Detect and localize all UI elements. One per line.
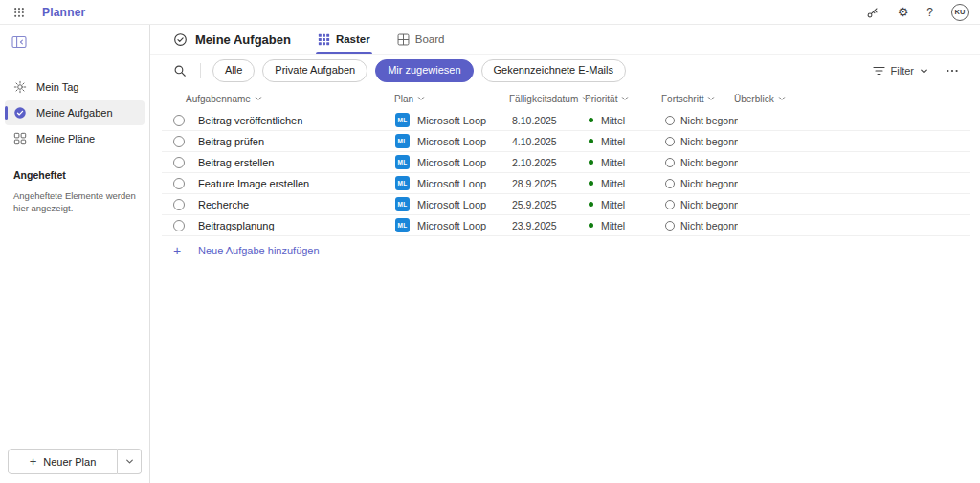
- add-task-label: Neue Aufgabe hinzufügen: [198, 245, 320, 256]
- tab-board[interactable]: Board: [395, 25, 447, 54]
- task-priority: Mittel: [589, 220, 665, 231]
- plan-name: Microsoft Loop: [417, 115, 486, 126]
- more-options-icon[interactable]: [946, 64, 959, 77]
- task-plan[interactable]: ML Microsoft Loop: [395, 155, 512, 169]
- task-complete-checkbox[interactable]: [173, 220, 185, 231]
- task-plan[interactable]: ML Microsoft Loop: [395, 134, 512, 148]
- task-name[interactable]: Beitrag veröffentlichen: [198, 115, 395, 126]
- sidebar-item-mein-tag[interactable]: Mein Tag: [5, 75, 145, 99]
- task-complete-checkbox[interactable]: [173, 199, 185, 210]
- column-header[interactable]: Überblick: [734, 94, 970, 104]
- progress-circle-icon: [665, 158, 675, 167]
- main-content: Meine Aufgaben Raster: [150, 25, 980, 483]
- task-row[interactable]: Beitragsplanung ML Microsoft Loop 23.9.2…: [162, 215, 970, 236]
- task-plan[interactable]: ML Microsoft Loop: [395, 176, 512, 190]
- key-icon[interactable]: [866, 6, 880, 19]
- priority-dot-icon: [589, 160, 593, 165]
- task-progress: Nicht begonnen: [665, 115, 738, 126]
- task-name[interactable]: Beitrag prüfen: [198, 136, 395, 147]
- column-header[interactable]: Fälligkeitsdatum: [509, 94, 585, 104]
- column-header[interactable]: Fortschritt: [661, 94, 734, 104]
- progress-circle-icon: [665, 179, 675, 188]
- tab-label: Raster: [336, 33, 370, 45]
- task-row[interactable]: Feature Image erstellen ML Microsoft Loo…: [162, 173, 970, 194]
- plan-name: Microsoft Loop: [417, 136, 486, 147]
- priority-dot-icon: [589, 202, 593, 207]
- search-icon[interactable]: [173, 64, 187, 77]
- column-header[interactable]: Plan: [394, 94, 509, 104]
- app-launcher-icon[interactable]: [11, 5, 27, 20]
- chevron-down-icon: [778, 95, 786, 102]
- task-grid: Aufgabenname Plan Fälligkeitsdatum: [150, 87, 980, 265]
- tab-raster[interactable]: Raster: [316, 25, 372, 54]
- task-progress: Nicht begonnen: [665, 199, 738, 210]
- settings-gear-icon[interactable]: ⚙: [898, 6, 909, 18]
- filter-button[interactable]: Filter: [873, 65, 928, 77]
- task-priority: Mittel: [589, 136, 665, 147]
- chevron-down-icon: [920, 67, 928, 76]
- task-due-date: 23.9.2025: [512, 220, 589, 231]
- sidebar-item-meine-aufgaben[interactable]: Meine Aufgaben: [5, 100, 145, 125]
- task-plan[interactable]: ML Microsoft Loop: [395, 113, 512, 127]
- chevron-down-icon: [621, 95, 629, 102]
- plan-badge-icon: ML: [395, 113, 410, 127]
- task-complete-checkbox[interactable]: [173, 115, 185, 126]
- filter-icon: [873, 65, 885, 77]
- task-complete-checkbox[interactable]: [173, 157, 185, 168]
- task-row[interactable]: Beitrag veröffentlichen ML Microsoft Loo…: [162, 110, 970, 131]
- task-row[interactable]: Beitrag prüfen ML Microsoft Loop 4.10.20…: [162, 131, 970, 152]
- new-plan-dropdown-button[interactable]: [118, 449, 142, 474]
- task-plan[interactable]: ML Microsoft Loop: [395, 197, 512, 211]
- task-plan[interactable]: ML Microsoft Loop: [395, 218, 512, 232]
- plan-badge-icon: ML: [395, 218, 410, 232]
- column-header[interactable]: Priorität: [585, 94, 661, 104]
- task-complete-checkbox[interactable]: [173, 136, 185, 147]
- progress-circle-icon: [665, 221, 675, 231]
- add-task-button[interactable]: + Neue Aufgabe hinzufügen: [162, 236, 320, 265]
- task-name[interactable]: Beitragsplanung: [198, 220, 395, 231]
- page-title: Meine Aufgaben: [195, 33, 291, 47]
- progress-circle-icon: [665, 116, 675, 125]
- view-tabs: Raster Board: [316, 25, 447, 54]
- pinned-section-header: Angeheftet: [0, 152, 149, 185]
- pinned-empty-text: Angeheftete Elemente werden hier angezei…: [0, 185, 149, 221]
- top-bar: Planner ⚙ ? KU: [0, 0, 980, 25]
- filter-label: Filter: [891, 65, 914, 77]
- chevron-down-icon: [707, 95, 715, 102]
- help-icon[interactable]: ?: [926, 7, 933, 18]
- topbar-actions: ⚙ ? KU: [866, 4, 969, 21]
- task-row[interactable]: Recherche ML Microsoft Loop 25.9.2025 Mi…: [162, 194, 970, 215]
- new-plan-button[interactable]: + Neuer Plan: [8, 449, 118, 474]
- priority-dot-icon: [589, 181, 593, 186]
- plan-badge-icon: ML: [395, 197, 410, 211]
- task-progress: Nicht begonnen: [665, 220, 738, 231]
- sidebar-nav: Mein Tag Meine Aufgaben: [0, 74, 149, 152]
- task-complete-checkbox[interactable]: [173, 178, 185, 189]
- sidebar-collapse-icon[interactable]: [0, 32, 38, 53]
- task-name[interactable]: Beitrag erstellen: [198, 157, 395, 168]
- sidebar: Mein Tag Meine Aufgaben: [0, 25, 150, 483]
- task-name[interactable]: Feature Image erstellen: [198, 178, 395, 189]
- filter-pill[interactable]: Gekennzeichnete E-Mails: [481, 59, 626, 81]
- sidebar-item-meine-plaene[interactable]: Meine Pläne: [5, 126, 145, 151]
- column-header[interactable]: Aufgabenname: [186, 94, 394, 104]
- chevron-down-icon: [417, 95, 425, 102]
- task-row[interactable]: Beitrag erstellen ML Microsoft Loop 2.10…: [162, 152, 970, 173]
- filter-pill-group: Alle Private Aufgaben Mir zugewiesen Gek…: [212, 59, 626, 81]
- filter-pill[interactable]: Mir zugewiesen: [375, 59, 473, 81]
- new-plan-split-button: + Neuer Plan: [8, 449, 142, 474]
- filter-pill[interactable]: Private Aufgaben: [262, 59, 368, 81]
- plan-badge-icon: ML: [395, 176, 410, 190]
- task-progress: Nicht begonnen: [665, 157, 738, 168]
- priority-dot-icon: [589, 223, 593, 228]
- filter-pill[interactable]: Alle: [212, 59, 255, 81]
- tasks-check-icon: [173, 33, 188, 47]
- plan-badge-icon: ML: [395, 134, 410, 148]
- page-header: Meine Aufgaben Raster: [150, 25, 980, 55]
- priority-dot-icon: [589, 139, 593, 143]
- plan-badge-icon: ML: [395, 155, 410, 169]
- toolbar-divider: [200, 63, 201, 78]
- avatar[interactable]: KU: [951, 4, 969, 21]
- task-due-date: 8.10.2025: [512, 115, 589, 126]
- task-name[interactable]: Recherche: [198, 199, 395, 210]
